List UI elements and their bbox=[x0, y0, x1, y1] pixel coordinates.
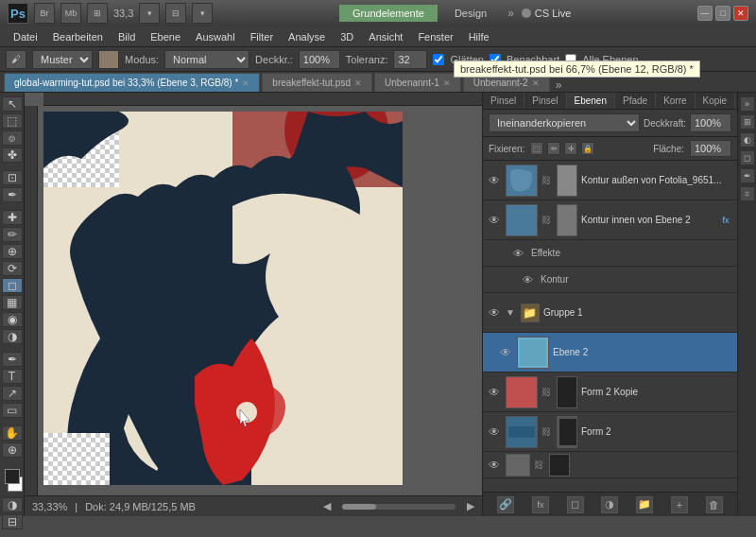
tab-pinsel1[interactable]: Pinsel bbox=[483, 93, 524, 109]
more-modes-arrow[interactable]: » bbox=[504, 7, 518, 20]
adjustment-btn[interactable]: ◑ bbox=[601, 496, 618, 513]
menu-analyse[interactable]: Analyse bbox=[281, 29, 333, 44]
cs-live-btn[interactable]: CS Live bbox=[522, 8, 572, 19]
sub-item-effekte[interactable]: 👁 Effekte bbox=[483, 240, 737, 267]
layer-item-form2[interactable]: 👁 ⛓ Form 2 bbox=[483, 412, 737, 452]
tool-options-icon[interactable]: 🖌 bbox=[6, 50, 26, 69]
layer-vis-ebene2[interactable]: 👁 bbox=[498, 345, 513, 360]
opacity-input[interactable] bbox=[299, 50, 340, 69]
tab-kopie[interactable]: Kopie bbox=[696, 93, 736, 109]
zoom-dropdown[interactable]: ▾ bbox=[139, 3, 160, 24]
fr-btn-3[interactable]: ◐ bbox=[740, 132, 755, 147]
gradient-tool[interactable]: ▦ bbox=[2, 295, 23, 310]
menu-fenster[interactable]: Fenster bbox=[410, 29, 460, 44]
new-layer-btn[interactable]: + bbox=[671, 496, 688, 513]
opacity-value[interactable] bbox=[690, 113, 731, 132]
layer-item-kontur-innen[interactable]: 👁 ⛓ Kontur innen von Ebene 2 fx bbox=[483, 200, 737, 240]
layer-item-gruppe1[interactable]: 👁 ▼ 📁 Gruppe 1 bbox=[483, 293, 737, 333]
eye-icon-effekte[interactable]: 👁 bbox=[513, 248, 524, 259]
design-btn[interactable]: Design bbox=[441, 5, 500, 22]
layer-item-bottom[interactable]: 👁 ⛓ bbox=[483, 452, 737, 478]
shape-tool[interactable]: ▭ bbox=[2, 403, 23, 418]
dodge-tool[interactable]: ◑ bbox=[2, 329, 23, 344]
healing-tool[interactable]: ✚ bbox=[2, 210, 23, 225]
menu-filter[interactable]: Filter bbox=[243, 29, 281, 44]
close-btn[interactable]: ✕ bbox=[733, 6, 748, 21]
tab-global-warming[interactable]: global-warming-tut.psd bei 33,3% (Ebene … bbox=[4, 73, 260, 92]
tab-close-2[interactable]: ✕ bbox=[354, 78, 362, 88]
fill-value[interactable] bbox=[690, 140, 731, 157]
layer-vis-kontur-aussen[interactable]: 👁 bbox=[487, 173, 502, 188]
path-tool[interactable]: ↗ bbox=[2, 386, 23, 401]
layer-vis-gruppe1[interactable]: 👁 bbox=[487, 305, 502, 320]
eraser-tool[interactable]: ◻ bbox=[2, 278, 23, 293]
tab-close-1[interactable]: ✕ bbox=[242, 78, 249, 88]
tab-overflow-arrow[interactable]: » bbox=[552, 78, 566, 92]
bridge-btn[interactable]: Br bbox=[34, 3, 55, 24]
pattern-swatch[interactable] bbox=[98, 50, 119, 69]
delete-layer-btn[interactable]: 🗑 bbox=[706, 496, 723, 513]
tab-korre[interactable]: Korre bbox=[656, 93, 695, 109]
menu-ebene[interactable]: Ebene bbox=[143, 29, 188, 44]
group-expand-arrow[interactable]: ▼ bbox=[506, 307, 515, 318]
layer-vis-kontur-innen[interactable]: 👁 bbox=[487, 213, 502, 228]
grundelemente-btn[interactable]: Grundelemente bbox=[339, 5, 438, 22]
history-tool[interactable]: ⟳ bbox=[2, 261, 23, 276]
collapse-btn[interactable]: » bbox=[740, 96, 755, 112]
brush-tool[interactable]: ✏ bbox=[2, 227, 23, 242]
lasso-tool[interactable]: ⌾ bbox=[2, 130, 23, 146]
quickmask-btn[interactable]: ◑ bbox=[2, 497, 23, 512]
blur-tool[interactable]: ◉ bbox=[2, 312, 23, 327]
modus-dropdown[interactable]: Normal bbox=[164, 50, 249, 69]
fix-brush-icon[interactable]: ✏ bbox=[547, 142, 560, 155]
tab-unbenannt1[interactable]: Unbenannt-1 ✕ bbox=[374, 73, 461, 92]
pattern-dropdown[interactable]: Muster bbox=[32, 50, 93, 69]
eye-icon-kontur[interactable]: 👁 bbox=[523, 274, 533, 286]
tab-close-3[interactable]: ✕ bbox=[443, 78, 451, 88]
maximize-btn[interactable]: □ bbox=[715, 6, 730, 21]
clone-tool[interactable]: ⊕ bbox=[2, 244, 23, 259]
smooth-checkbox[interactable] bbox=[433, 54, 444, 65]
zoom-tool[interactable]: ⊕ bbox=[2, 442, 23, 458]
minimize-btn[interactable]: — bbox=[697, 6, 713, 21]
layer-vis-form2[interactable]: 👁 bbox=[487, 424, 502, 440]
scroll-left-btn[interactable]: ◀ bbox=[323, 500, 331, 512]
menu-datei[interactable]: Datei bbox=[6, 29, 45, 44]
menu-bild[interactable]: Bild bbox=[111, 29, 143, 44]
tab-ebenen[interactable]: Ebenen bbox=[567, 93, 615, 109]
fix-transparent-icon[interactable]: ⬚ bbox=[530, 142, 543, 155]
crop-tool[interactable]: ⊡ bbox=[2, 170, 23, 185]
workspace-btn[interactable]: ⊞ bbox=[87, 3, 108, 24]
add-mask-btn[interactable]: ◻ bbox=[567, 496, 584, 513]
tab-close-4[interactable]: ✕ bbox=[532, 78, 540, 88]
menu-auswahl[interactable]: Auswahl bbox=[188, 29, 243, 44]
tab-breakeffekt[interactable]: breakeffekt-tut.psd ✕ bbox=[262, 73, 372, 92]
quickselect-tool[interactable]: ✤ bbox=[2, 147, 23, 163]
layer-vis-form2-kopie[interactable]: 👁 bbox=[487, 385, 502, 400]
group-btn[interactable]: 📁 bbox=[636, 496, 653, 513]
eyedropper-tool[interactable]: ✒ bbox=[2, 187, 23, 202]
scroll-right-btn[interactable]: ▶ bbox=[467, 500, 474, 512]
layer-item-form2-kopie[interactable]: 👁 ⛓ Form 2 Kopie bbox=[483, 372, 737, 412]
fix-move-icon[interactable]: ✛ bbox=[564, 142, 577, 155]
arrange-dropdown[interactable]: ▾ bbox=[192, 3, 213, 24]
arrange-btn[interactable]: ⊟ bbox=[165, 3, 186, 24]
sub-item-kontur[interactable]: 👁 Kontur bbox=[483, 267, 737, 293]
pen-tool[interactable]: ✒ bbox=[2, 352, 23, 367]
fr-btn-4[interactable]: ◻ bbox=[740, 150, 755, 165]
layer-item-ebene2[interactable]: 👁 Ebene 2 bbox=[483, 333, 737, 372]
foreground-color[interactable] bbox=[5, 469, 20, 484]
layer-vis-bottom[interactable]: 👁 bbox=[487, 458, 502, 473]
menu-bearbeiten[interactable]: Bearbeiten bbox=[45, 29, 111, 44]
tolerance-input[interactable] bbox=[393, 50, 427, 69]
text-tool[interactable]: T bbox=[2, 369, 23, 384]
fr-btn-2[interactable]: ⊞ bbox=[740, 114, 755, 130]
fr-btn-6[interactable]: ⌗ bbox=[740, 186, 755, 201]
screenmode-btn[interactable]: ⊟ bbox=[2, 514, 23, 529]
layer-item-kontur-aussen[interactable]: 👁 ⛓ Kontur außen von Fotolia_9651... bbox=[483, 161, 737, 200]
fx-btn[interactable]: fx bbox=[532, 496, 549, 513]
marquee-tool[interactable]: ⬚ bbox=[2, 113, 23, 129]
fr-btn-5[interactable]: ✒ bbox=[740, 168, 755, 183]
menu-3d[interactable]: 3D bbox=[333, 29, 361, 44]
menu-ansicht[interactable]: Ansicht bbox=[361, 29, 410, 44]
